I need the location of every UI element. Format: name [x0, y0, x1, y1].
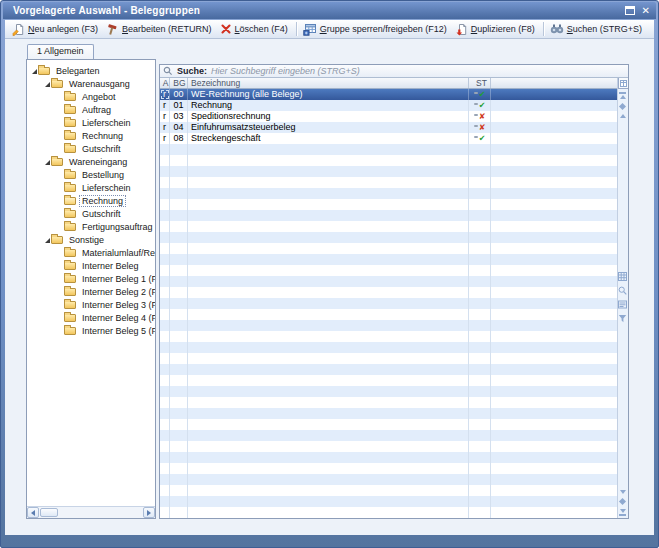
scroll-left-button[interactable] — [27, 507, 39, 518]
expand-icon[interactable] — [55, 222, 64, 231]
scroll-up-button[interactable] — [620, 114, 626, 118]
new-button[interactable]: Neu anlegen (F3) — [9, 22, 103, 37]
tree-item[interactable]: Fertigungsauftrag (PPS) — [27, 220, 155, 233]
tree-item[interactable]: Gutschrift — [27, 142, 155, 155]
record-marker-icon[interactable] — [619, 103, 626, 110]
cell-a: r — [160, 122, 170, 133]
grid-view-icon[interactable] — [618, 272, 627, 281]
expand-icon[interactable] — [55, 105, 64, 114]
tree-item[interactable]: Interner Beleg 1 (PPS) — [27, 272, 155, 285]
expand-icon[interactable] — [55, 144, 64, 153]
tree-item[interactable]: Angebot — [27, 90, 155, 103]
table-row[interactable]: r 00 WE-Rechnung (alle Belege) ✔ — [160, 89, 617, 100]
tab-allgemein[interactable]: 1 Allgemein — [27, 44, 94, 59]
filter-icon[interactable] — [618, 314, 627, 323]
expand-icon[interactable] — [29, 66, 38, 75]
expand-icon[interactable] — [55, 287, 64, 296]
expand-icon[interactable] — [42, 235, 51, 244]
folder-icon — [64, 314, 76, 322]
record-marker-icon[interactable] — [619, 498, 626, 505]
tree-item[interactable]: Lieferschein — [27, 116, 155, 129]
expand-icon[interactable] — [55, 170, 64, 179]
cell-bezeichnung — [188, 342, 469, 353]
cell-bezeichnung — [188, 221, 469, 232]
cell-a — [160, 298, 170, 309]
details-icon[interactable] — [618, 300, 627, 309]
tree-item[interactable]: Interner Beleg — [27, 259, 155, 272]
column-header-bezeichnung[interactable]: Bezeichnung — [188, 78, 469, 88]
column-header-a[interactable]: A — [160, 78, 170, 88]
scroll-to-last-button[interactable] — [619, 509, 626, 516]
cell-status — [469, 452, 491, 463]
expand-icon[interactable] — [55, 118, 64, 127]
cell-bg — [170, 353, 188, 364]
tree-item[interactable]: Interner Beleg 5 (PPS) — [27, 324, 155, 337]
tree-item[interactable]: Interner Beleg 4 (PPS) — [27, 311, 155, 324]
expand-icon[interactable] — [55, 313, 64, 322]
cell-a — [160, 144, 170, 155]
expand-icon[interactable] — [42, 79, 51, 88]
delete-button[interactable]: Löschen (F4) — [217, 22, 293, 36]
cell-filler — [491, 210, 617, 221]
expand-icon[interactable] — [55, 300, 64, 309]
expand-icon[interactable] — [55, 92, 64, 101]
cell-bezeichnung — [188, 496, 469, 507]
cell-filler — [491, 144, 617, 155]
dialog-client-area: Neu anlegen (F3) Bearbeiten (RETURN) Lös… — [5, 20, 654, 535]
tree-item[interactable]: Sonstige — [27, 233, 155, 246]
expand-icon[interactable] — [55, 274, 64, 283]
close-button[interactable]: ✕ — [642, 6, 650, 16]
cell-a — [160, 199, 170, 210]
cell-bezeichnung — [188, 276, 469, 287]
tree-item[interactable]: Materialumlauf/Reparatur — [27, 246, 155, 259]
column-chooser-button[interactable] — [618, 78, 628, 89]
tree-item[interactable]: Warenausgang — [27, 77, 155, 90]
tree-item[interactable]: Lieferschein — [27, 181, 155, 194]
tree-item[interactable]: Gutschrift — [27, 207, 155, 220]
expand-icon[interactable] — [55, 261, 64, 270]
scrollbar-thumb[interactable] — [40, 508, 58, 517]
cell-a — [160, 441, 170, 452]
tree-item[interactable]: Rechnung — [27, 129, 155, 142]
red-cross-icon: ✘ — [479, 112, 486, 122]
table-row — [160, 287, 617, 298]
cell-bg — [170, 177, 188, 188]
cell-filler — [491, 342, 617, 353]
cell-bezeichnung — [188, 166, 469, 177]
grid-search-box[interactable]: Suche: Hier Suchbegriff eingeben (STRG+S… — [160, 65, 628, 78]
expand-icon[interactable] — [55, 196, 64, 205]
expand-icon[interactable] — [55, 131, 64, 140]
scroll-down-button[interactable] — [620, 490, 626, 494]
cell-bg — [170, 166, 188, 177]
table-row[interactable]: r 03 Speditionsrechnung ✘ — [160, 111, 617, 122]
cell-filler — [491, 188, 617, 199]
scroll-to-first-button[interactable] — [619, 92, 626, 99]
tree-item[interactable]: Belegarten — [27, 64, 155, 77]
table-row[interactable]: r 01 Rechnung ✔ — [160, 100, 617, 111]
expand-icon[interactable] — [42, 157, 51, 166]
search-button[interactable]: Suchen (STRG+S) — [547, 22, 647, 36]
duplicate-button[interactable]: Duplizieren (F8) — [452, 22, 540, 37]
cell-status — [469, 320, 491, 331]
expand-icon[interactable] — [55, 209, 64, 218]
scroll-right-button[interactable] — [143, 507, 155, 518]
tree-item[interactable]: Rechnung — [27, 194, 155, 207]
column-header-bg[interactable]: BG — [170, 78, 188, 88]
column-header-st[interactable]: ST — [469, 78, 491, 88]
tree-item[interactable]: Interner Beleg 2 (PPS) — [27, 285, 155, 298]
tree-item[interactable]: Interner Beleg 3 (PPS) — [27, 298, 155, 311]
folder-icon — [51, 158, 63, 166]
expand-icon[interactable] — [55, 248, 64, 257]
edit-button[interactable]: Bearbeiten (RETURN) — [103, 22, 217, 37]
expand-icon[interactable] — [55, 326, 64, 335]
tree-item[interactable]: Wareneingang — [27, 155, 155, 168]
table-row[interactable]: r 08 Streckengeschäft ✔ — [160, 133, 617, 144]
expand-icon[interactable] — [55, 183, 64, 192]
lock-group-button[interactable]: Gruppe sperren/freigeben (F12) — [300, 22, 452, 37]
tree-item[interactable]: Bestellung — [27, 168, 155, 181]
table-row[interactable]: r 04 Einfuhrumsatzsteuerbeleg ✘ — [160, 122, 617, 133]
magnifier-icon[interactable] — [618, 286, 627, 295]
restore-button[interactable] — [625, 6, 635, 15]
cell-bezeichnung — [188, 507, 469, 518]
tree-item[interactable]: Auftrag — [27, 103, 155, 116]
